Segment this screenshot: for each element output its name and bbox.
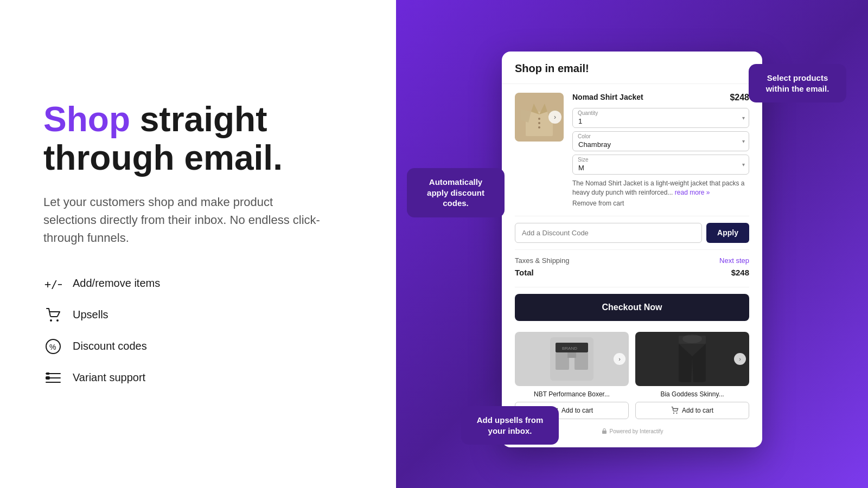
upsell-skinny-arrow[interactable]: › — [734, 353, 746, 365]
feature-discount-label: Discount codes — [73, 340, 147, 352]
total-label: Total — [515, 268, 534, 277]
subtitle: Let your customers shop and make product… — [43, 193, 326, 247]
product-image-wrap: › — [515, 93, 564, 142]
product-price: $248 — [730, 93, 749, 102]
read-more-link[interactable]: read more » — [675, 189, 710, 196]
shipping-value: Next step — [719, 256, 749, 265]
quantity-select-wrap: Quantity 123 ▾ — [572, 108, 749, 128]
svg-rect-31 — [602, 431, 607, 434]
color-select[interactable]: ChambrayNavy — [572, 131, 749, 151]
svg-point-17 — [538, 122, 540, 124]
lock-icon — [601, 428, 608, 434]
upsell-skinny-name: Bia Goddess Skinny... — [635, 390, 749, 399]
upsell-skinny-image: › — [635, 332, 749, 386]
svg-point-16 — [538, 118, 540, 120]
svg-point-2 — [56, 319, 59, 322]
left-panel: Shop straight through email. Let your cu… — [0, 0, 396, 488]
main-headline: Shop straight through email. — [43, 100, 353, 177]
shipping-row: Taxes & Shipping Next step — [515, 256, 749, 265]
widget-title: Shop in email! — [515, 62, 589, 74]
product-details: Nomad Shirt Jacket $248 Quantity 123 ▾ — [572, 93, 749, 207]
feature-variant: Variant support — [43, 368, 353, 388]
size-select-wrap: Size MSLXL ▾ — [572, 155, 749, 175]
product-name: Nomad Shirt Jacket — [572, 93, 643, 101]
svg-point-28 — [682, 335, 702, 343]
shipping-label: Taxes & Shipping — [515, 256, 569, 265]
feature-add-remove-label: Add/remove items — [73, 277, 160, 290]
svg-rect-23 — [575, 352, 588, 370]
skinny-svg — [676, 335, 709, 383]
upsell-boxer-image: BRAND › — [515, 332, 629, 386]
feature-variant-label: Variant support — [73, 371, 145, 384]
widget-header: Shop in email! — [502, 52, 762, 84]
cart-small-icon-2 — [671, 407, 679, 414]
checkout-button[interactable]: Checkout Now — [515, 294, 749, 321]
svg-rect-24 — [567, 352, 576, 358]
powered-by-text: Powered by Interactify — [610, 428, 663, 434]
list-icon — [43, 368, 63, 388]
upsell-card-skinny: › Bia Goddess Skinny... Add to cart — [635, 332, 749, 420]
svg-rect-8 — [46, 373, 49, 375]
tooltip-discount: Automatically apply discount codes. — [407, 168, 505, 217]
color-select-wrap: Color ChambrayNavy ▾ — [572, 131, 749, 151]
product-image-next-arrow[interactable]: › — [548, 111, 561, 124]
quantity-select[interactable]: 123 — [572, 108, 749, 128]
feature-upsells: Upsells — [43, 305, 353, 325]
svg-point-18 — [538, 126, 540, 129]
feature-upsells-label: Upsells — [73, 309, 108, 321]
add-to-cart-skinny-button[interactable]: Add to cart — [635, 402, 749, 419]
product-row: › Nomad Shirt Jacket $248 Quantity 123 — [515, 84, 749, 216]
svg-text:+/−: +/− — [44, 278, 62, 291]
headline-shop: Shop — [43, 100, 130, 139]
svg-text:BRAND: BRAND — [562, 346, 577, 351]
remove-from-cart-link[interactable]: Remove from cart — [572, 200, 749, 207]
select-group: Quantity 123 ▾ Color ChambrayNavy ▾ — [572, 108, 749, 175]
totals-section: Taxes & Shipping Next step Total $248 — [515, 250, 749, 287]
size-select[interactable]: MSLXL — [572, 155, 749, 175]
feature-list: +/− Add/remove items Upsells % — [43, 274, 353, 388]
apply-button[interactable]: Apply — [706, 223, 749, 243]
total-row: Total $248 — [515, 268, 749, 277]
svg-text:%: % — [49, 343, 56, 351]
feature-add-remove: +/− Add/remove items — [43, 274, 353, 293]
feature-discount: % Discount codes — [43, 337, 353, 356]
upsell-boxer-arrow[interactable]: › — [614, 353, 626, 365]
discount-icon: % — [43, 337, 63, 356]
discount-row: Apply — [515, 216, 749, 250]
svg-point-30 — [676, 413, 677, 414]
tooltip-select-products: Select products within the email. — [749, 64, 846, 102]
svg-rect-22 — [556, 352, 569, 370]
right-panel: Select products within the email. Automa… — [396, 0, 868, 488]
product-name-row: Nomad Shirt Jacket $248 — [572, 93, 749, 102]
boxer-svg: BRAND — [550, 337, 593, 381]
add-remove-icon: +/− — [43, 274, 63, 293]
tooltip-upsells: Add upsells from your inbox. — [461, 406, 559, 445]
email-widget: Shop in email! — [502, 52, 762, 447]
product-description: The Nomad Shirt Jacket is a light-weight… — [572, 179, 749, 197]
total-value: $248 — [731, 268, 749, 277]
widget-body: › Nomad Shirt Jacket $248 Quantity 123 — [502, 84, 762, 447]
svg-point-29 — [673, 413, 674, 414]
cart-icon — [43, 305, 63, 325]
discount-input[interactable] — [515, 223, 702, 243]
upsell-boxer-name: NBT Performance Boxer... — [515, 390, 629, 399]
svg-point-1 — [50, 319, 52, 322]
